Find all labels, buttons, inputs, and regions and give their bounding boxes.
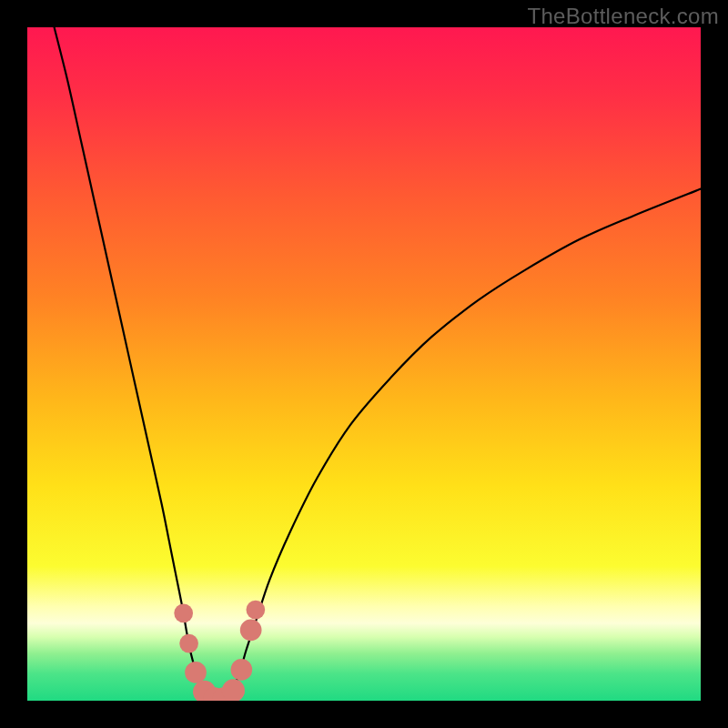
plot-svg xyxy=(27,27,701,701)
highlight-dot xyxy=(240,619,262,641)
highlight-dot xyxy=(185,662,207,683)
chart-frame: TheBottleneck.com xyxy=(0,0,728,728)
gradient-background xyxy=(27,27,701,701)
highlight-dot xyxy=(230,659,252,681)
plot-area xyxy=(27,27,701,701)
highlight-dot xyxy=(179,634,198,653)
highlight-dot xyxy=(174,603,193,622)
highlight-dot xyxy=(247,601,266,620)
watermark-text: TheBottleneck.com xyxy=(527,4,719,29)
